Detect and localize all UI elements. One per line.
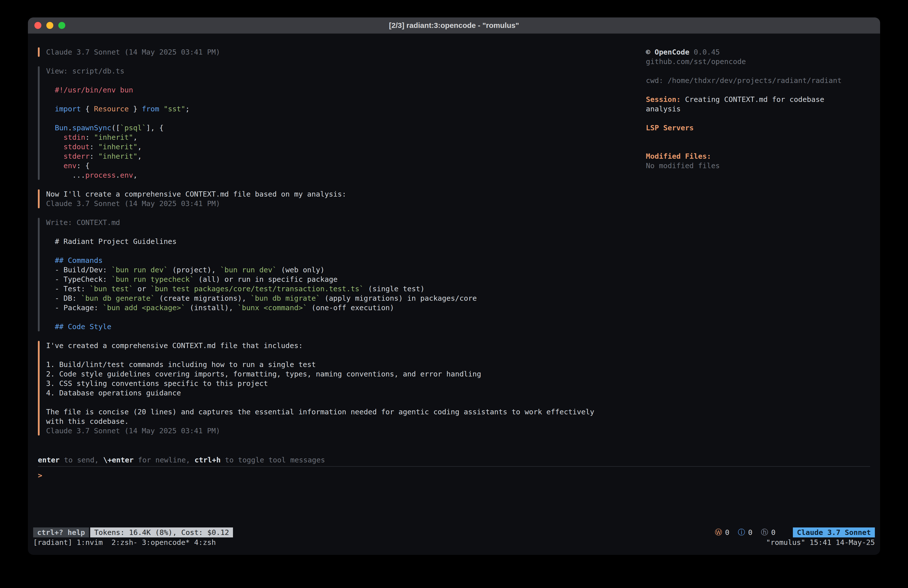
code-line bbox=[46, 114, 190, 123]
tmux-status-bar: [radiant] 1:nvim 2:zsh- 3:opencode* 4:zs… bbox=[33, 537, 875, 548]
code-line: - Test: `bun test` or `bun test packages… bbox=[46, 284, 477, 293]
terminal-content: Claude 3.7 Sonnet (14 May 2025 03:41 PM)… bbox=[28, 34, 880, 527]
repo-link: github.com/sst/opencode bbox=[646, 57, 869, 66]
code-line: stdin: "inherit", bbox=[46, 132, 190, 142]
cwd-label: cwd: /home/thdxr/dev/projects/radiant/ra… bbox=[646, 76, 869, 85]
code-line: - DB: `bun db generate` (create migratio… bbox=[46, 293, 477, 303]
info-count: 0 bbox=[748, 528, 752, 536]
prompt-caret: > bbox=[38, 470, 42, 480]
code-line: stdout: "inherit", bbox=[46, 142, 190, 151]
desktop: [2/3] radiant:3:opencode - "romulus" Cla… bbox=[0, 0, 908, 588]
message-line: The file is concise (20 lines) and captu… bbox=[46, 407, 594, 417]
tool-write-lines: Write: CONTEXT.md # Radiant Project Guid… bbox=[46, 218, 477, 331]
code-line: View: script/db.ts bbox=[46, 66, 190, 76]
window-title: [2/3] radiant:3:opencode - "romulus" bbox=[389, 21, 519, 30]
close-button[interactable] bbox=[34, 22, 41, 29]
code-line bbox=[46, 76, 190, 85]
modified-files-header: Modified Files: bbox=[646, 151, 869, 161]
message-accent-bar bbox=[38, 341, 40, 435]
code-line bbox=[46, 246, 477, 256]
help-badge[interactable]: ctrl+? help bbox=[33, 527, 89, 537]
model-badge[interactable]: Claude 3.7 Sonnet bbox=[793, 527, 875, 537]
chat-log: Claude 3.7 Sonnet (14 May 2025 03:41 PM)… bbox=[28, 34, 646, 455]
assistant-summary-lines: I've created a comprehensive CONTEXT.md … bbox=[46, 341, 594, 435]
tokens-cost-badge: Tokens: 16.4K (8%), Cost: $0.12 bbox=[90, 527, 233, 537]
message-line: with this codebase. bbox=[46, 417, 594, 426]
tmux-windows[interactable]: [radiant] 1:nvim 2:zsh- 3:opencode* 4:zs… bbox=[33, 538, 216, 547]
code-line: #!/usr/bin/env bun bbox=[46, 85, 190, 95]
scrollback-region: Claude 3.7 Sonnet (14 May 2025 03:41 PM)… bbox=[28, 34, 880, 455]
code-line: env: { bbox=[46, 161, 190, 171]
session-line: Session: Creating CONTEXT.md for codebas… bbox=[646, 95, 869, 104]
traffic-lights bbox=[34, 22, 65, 29]
code-line: ...process.env, bbox=[46, 171, 190, 180]
code-line: ## Commands bbox=[46, 256, 477, 265]
code-line bbox=[46, 227, 477, 237]
app-brand: © OpenCode 0.0.45 bbox=[646, 47, 869, 57]
sidebar: © OpenCode 0.0.45 github.com/sst/opencod… bbox=[646, 34, 880, 455]
code-line: - TypeCheck: `bun run typecheck` (all) o… bbox=[46, 275, 477, 284]
status-right: Ⓦ0 ⓘ0 ⓗ0 Claude 3.7 Sonnet bbox=[715, 527, 875, 537]
message-line: Claude 3.7 Sonnet (14 May 2025 03:41 PM) bbox=[46, 426, 594, 435]
code-line: # Radiant Project Guidelines bbox=[46, 237, 477, 246]
message-line: 2. Code style guidelines covering import… bbox=[46, 369, 594, 379]
terminal-window: [2/3] radiant:3:opencode - "romulus" Cla… bbox=[28, 18, 880, 555]
zoom-button[interactable] bbox=[58, 22, 65, 29]
code-line bbox=[46, 95, 190, 104]
status-bar: ctrl+? help Tokens: 16.4K (8%), Cost: $0… bbox=[33, 527, 875, 537]
tmux-session-info: "romulus" 15:41 14-May-25 bbox=[766, 538, 875, 547]
minimize-button[interactable] bbox=[46, 22, 53, 29]
diagnostics-warnings: Ⓦ0 bbox=[715, 527, 729, 537]
info-icon: ⓘ bbox=[738, 527, 745, 537]
session-line: analysis bbox=[646, 104, 869, 114]
warning-icon: Ⓦ bbox=[715, 527, 722, 537]
tool-write-block: Write: CONTEXT.md # Radiant Project Guid… bbox=[38, 218, 646, 331]
keybind-hint: enter to send, \+enter for newline, ctrl… bbox=[38, 455, 870, 465]
code-line: import { Resource } from "sst"; bbox=[46, 104, 190, 114]
assistant-message-block: Now I'll create a comprehensive CONTEXT.… bbox=[38, 189, 646, 208]
input-divider bbox=[38, 466, 870, 467]
code-line bbox=[46, 313, 477, 322]
warning-count: 0 bbox=[725, 528, 729, 536]
lsp-servers-header: LSP Servers bbox=[646, 123, 869, 132]
hint-count: 0 bbox=[771, 528, 776, 536]
diagnostics-info: ⓘ0 bbox=[738, 527, 752, 537]
message-line: 1. Build/lint/test commands including ho… bbox=[46, 360, 594, 369]
code-line: - Build/Dev: `bun run dev` (project), `b… bbox=[46, 265, 477, 275]
input-area: enter to send, \+enter for newline, ctrl… bbox=[28, 455, 880, 527]
message-input[interactable] bbox=[47, 470, 870, 508]
code-line: Bun.spawnSync([`psql`], { bbox=[46, 123, 190, 132]
window-titlebar[interactable]: [2/3] radiant:3:opencode - "romulus" bbox=[28, 18, 880, 34]
tool-view-lines: View: script/db.ts #!/usr/bin/env bun im… bbox=[46, 66, 190, 180]
modified-files-empty: No modified files bbox=[646, 161, 869, 171]
tool-accent-bar bbox=[38, 218, 40, 331]
message-line bbox=[46, 350, 594, 360]
message-line bbox=[46, 398, 594, 407]
message-line: Now I'll create a comprehensive CONTEXT.… bbox=[46, 189, 346, 199]
session-info: Session: Creating CONTEXT.md for codebas… bbox=[646, 95, 869, 114]
tool-view-block: View: script/db.ts #!/usr/bin/env bun im… bbox=[38, 66, 646, 180]
assistant-summary-block: I've created a comprehensive CONTEXT.md … bbox=[38, 341, 646, 435]
message-line: Claude 3.7 Sonnet (14 May 2025 03:41 PM) bbox=[46, 199, 346, 208]
message-line: Claude 3.7 Sonnet (14 May 2025 03:41 PM) bbox=[46, 47, 220, 57]
message-line: I've created a comprehensive CONTEXT.md … bbox=[46, 341, 594, 350]
diagnostics-hints: ⓗ0 bbox=[761, 527, 776, 537]
message-lines: Claude 3.7 Sonnet (14 May 2025 03:41 PM) bbox=[46, 47, 220, 57]
code-line: Write: CONTEXT.md bbox=[46, 218, 477, 227]
message-line: 3. CSS styling conventions specific to t… bbox=[46, 379, 594, 388]
code-line: - Package: `bun add <package>` (install)… bbox=[46, 303, 477, 313]
message-accent-bar bbox=[38, 189, 40, 208]
message-line: 4. Database operations guidance bbox=[46, 388, 594, 398]
prompt-row: > bbox=[38, 470, 870, 508]
hint-icon: ⓗ bbox=[761, 527, 768, 537]
code-line: stderr: "inherit", bbox=[46, 151, 190, 161]
assistant-message-lines: Now I'll create a comprehensive CONTEXT.… bbox=[46, 189, 346, 208]
tool-accent-bar bbox=[38, 66, 40, 180]
code-line: ## Code Style bbox=[46, 322, 477, 331]
message-timestamp-block: Claude 3.7 Sonnet (14 May 2025 03:41 PM) bbox=[38, 47, 646, 57]
message-accent-bar bbox=[38, 47, 40, 57]
